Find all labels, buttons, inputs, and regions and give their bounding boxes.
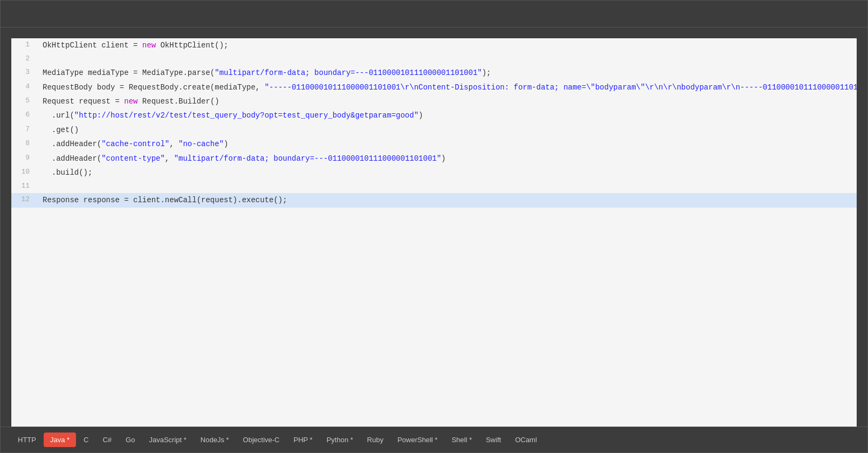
tab-ocaml[interactable]: OCaml bbox=[508, 433, 543, 447]
plain-token: OkHttpClient client = bbox=[43, 41, 142, 50]
line-number: 10 bbox=[11, 166, 38, 180]
plain-token: Request.Builder() bbox=[137, 97, 219, 106]
str-token: "-----011000010111000001101001\r\nConten… bbox=[265, 83, 857, 92]
line-code bbox=[38, 52, 857, 66]
line-number: 12 bbox=[11, 193, 38, 207]
plain-token: ) bbox=[441, 154, 445, 163]
plain-token: ); bbox=[482, 68, 491, 77]
code-table: 1OkHttpClient client = new OkHttpClient(… bbox=[11, 38, 857, 208]
line-code: .addHeader("content-type", "multipart/fo… bbox=[38, 152, 857, 166]
plain-token: , bbox=[169, 140, 178, 148]
tab-php--[interactable]: PHP * bbox=[287, 433, 319, 447]
tab-python--[interactable]: Python * bbox=[320, 433, 360, 447]
line-code: Request request = new Request.Builder() bbox=[38, 94, 857, 108]
line-code: .get() bbox=[38, 123, 857, 137]
plain-token: Response response = client.newCall(reque… bbox=[43, 196, 287, 204]
table-row: 7 .get() bbox=[11, 123, 857, 137]
line-number: 1 bbox=[11, 38, 38, 52]
line-number: 4 bbox=[11, 80, 38, 94]
dialog: 1OkHttpClient client = new OkHttpClient(… bbox=[0, 0, 868, 453]
tab-powershell--[interactable]: PowerShell * bbox=[391, 433, 444, 447]
str-token: "content-type" bbox=[101, 154, 165, 163]
table-row: 6 .url("http://host/rest/v2/test/test_qu… bbox=[11, 108, 857, 122]
plain-token: Request request = bbox=[43, 97, 124, 106]
line-code bbox=[38, 180, 857, 193]
tab-c-[interactable]: C# bbox=[96, 433, 118, 447]
plain-token: .get() bbox=[43, 126, 79, 134]
plain-token: ) bbox=[418, 111, 423, 120]
close-button[interactable] bbox=[848, 12, 857, 16]
plain-token: .build(); bbox=[43, 168, 92, 177]
plain-token: .addHeader( bbox=[43, 154, 101, 163]
table-row: 8 .addHeader("cache-control", "no-cache"… bbox=[11, 137, 857, 151]
plain-token: RequestBody body = RequestBody.create(me… bbox=[43, 83, 265, 92]
line-code: .build(); bbox=[38, 166, 857, 180]
kw-token: new bbox=[142, 41, 156, 50]
tab-go[interactable]: Go bbox=[119, 433, 141, 447]
line-number: 8 bbox=[11, 137, 38, 151]
plain-token: .url( bbox=[43, 111, 74, 120]
line-number: 6 bbox=[11, 108, 38, 122]
line-number: 2 bbox=[11, 52, 38, 66]
table-row: 9 .addHeader("content-type", "multipart/… bbox=[11, 152, 857, 166]
line-code: MediaType mediaType = MediaType.parse("m… bbox=[38, 66, 857, 80]
kw-token: new bbox=[124, 97, 137, 106]
plain-token: .addHeader( bbox=[43, 140, 101, 148]
dialog-header bbox=[1, 1, 867, 28]
table-row: 2 bbox=[11, 52, 857, 66]
table-row: 1OkHttpClient client = new OkHttpClient(… bbox=[11, 38, 857, 52]
table-row: 5Request request = new Request.Builder() bbox=[11, 94, 857, 108]
str-token: "multipart/form-data; boundary=---011000… bbox=[174, 154, 442, 163]
line-code: Response response = client.newCall(reque… bbox=[38, 193, 857, 207]
line-number: 3 bbox=[11, 66, 38, 80]
plain-token: ) bbox=[224, 140, 228, 148]
plain-token: OkHttpClient(); bbox=[156, 41, 228, 50]
line-number: 11 bbox=[11, 180, 38, 193]
str-token: "multipart/form-data; boundary=---011000… bbox=[215, 68, 482, 77]
str-token: "no-cache" bbox=[178, 140, 224, 148]
line-number: 7 bbox=[11, 123, 38, 137]
tab-javascript--[interactable]: JavaScript * bbox=[142, 433, 192, 447]
str-token: "cache-control" bbox=[101, 140, 169, 148]
code-editor: 1OkHttpClient client = new OkHttpClient(… bbox=[11, 38, 857, 427]
table-row: 4RequestBody body = RequestBody.create(m… bbox=[11, 80, 857, 94]
tab-shell--[interactable]: Shell * bbox=[445, 433, 479, 447]
table-row: 11 bbox=[11, 180, 857, 193]
line-code: .addHeader("cache-control", "no-cache") bbox=[38, 137, 857, 151]
plain-token: , bbox=[165, 154, 174, 163]
table-row: 3MediaType mediaType = MediaType.parse("… bbox=[11, 66, 857, 80]
tabs-bar: HTTPJava *CC#GoJavaScript *NodeJs *Objec… bbox=[1, 427, 867, 452]
line-code: OkHttpClient client = new OkHttpClient()… bbox=[38, 38, 857, 52]
tab-java--[interactable]: Java * bbox=[44, 433, 76, 447]
line-code: .url("http://host/rest/v2/test/test_quer… bbox=[38, 108, 857, 122]
str-token: "http://host/rest/v2/test/test_query_bod… bbox=[74, 111, 419, 120]
line-number: 9 bbox=[11, 152, 38, 166]
tab-swift[interactable]: Swift bbox=[479, 433, 507, 447]
tab-http[interactable]: HTTP bbox=[11, 433, 43, 447]
tab-ruby[interactable]: Ruby bbox=[361, 433, 390, 447]
tab-objective-c[interactable]: Objective-C bbox=[237, 433, 286, 447]
table-row: 10 .build(); bbox=[11, 166, 857, 180]
table-row: 12Response response = client.newCall(req… bbox=[11, 193, 857, 207]
tab-nodejs--[interactable]: NodeJs * bbox=[194, 433, 236, 447]
line-number: 5 bbox=[11, 94, 38, 108]
line-code: RequestBody body = RequestBody.create(me… bbox=[38, 80, 857, 94]
plain-token: MediaType mediaType = MediaType.parse( bbox=[43, 68, 215, 77]
tab-c[interactable]: C bbox=[77, 433, 95, 447]
